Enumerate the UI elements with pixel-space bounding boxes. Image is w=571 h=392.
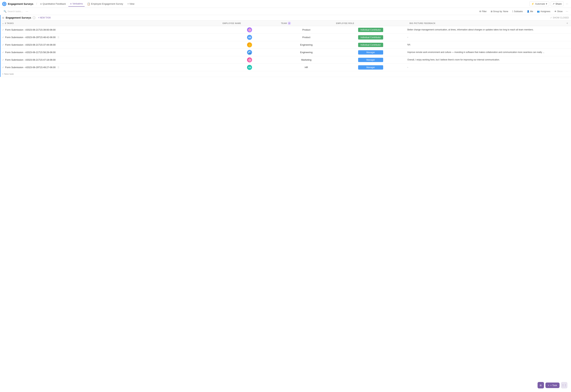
tab-add-view-label: + View xyxy=(127,2,134,5)
group-section: ⊙ Engagement Surveys i + NEW TASK ✓ SHOW… xyxy=(0,15,571,77)
task-note-icon: ☰ xyxy=(57,66,59,69)
subtasks-button[interactable]: ⤵ Subtasks xyxy=(511,10,524,14)
avatar: 🌊 xyxy=(247,50,252,55)
expand-tasks-icon[interactable]: ⌄ xyxy=(2,22,4,25)
tab-verbatims-label: Verbatims xyxy=(72,2,83,5)
task-table-body: ✓ Form Submission - #2023-06-21T15:39:00… xyxy=(0,26,571,77)
role-cell: Individual Contributor xyxy=(334,34,408,41)
collapse-icon[interactable]: ⊙ xyxy=(2,16,4,19)
new-task-cell[interactable]: + New task xyxy=(0,71,571,77)
team-cell: Engineering xyxy=(279,41,334,49)
group-by-label: Group by: None xyxy=(493,10,508,13)
task-check-icon[interactable]: ✓ xyxy=(2,28,4,31)
tab-verbatims[interactable]: ≡ Verbatims xyxy=(68,1,85,7)
show-closed-label: SHOW CLOSED xyxy=(553,16,569,19)
search-icon: 🔍 xyxy=(4,10,6,13)
search-input[interactable]: Search tasks... xyxy=(8,10,23,13)
filter-button[interactable]: ⚙ Filter xyxy=(478,10,488,14)
col-header-add: + xyxy=(563,21,571,26)
automate-chevron-icon: ▾ xyxy=(546,2,547,5)
task-note-icon: ☰ xyxy=(57,36,59,39)
task-name: Form Submission - #2023-06-21T15:58:28-0… xyxy=(5,51,56,54)
row-add-cell xyxy=(563,41,571,49)
task-check-icon[interactable]: ✓ xyxy=(2,36,4,39)
table-row[interactable]: ✓ Form Submission - #2023-06-21T15:47:18… xyxy=(0,56,571,64)
show-label: Show xyxy=(557,10,563,13)
toolbar-more-icon[interactable]: ··· xyxy=(25,9,29,14)
row-add-cell xyxy=(563,56,571,64)
tab-survey[interactable]: 📋 Employee Engagement Survey xyxy=(85,1,125,6)
avatar: GS xyxy=(247,65,252,70)
group-info-icon[interactable]: i xyxy=(33,16,35,19)
task-check-icon[interactable]: ✓ xyxy=(2,51,4,54)
team-value: Engineering xyxy=(300,51,313,54)
show-closed-button[interactable]: ✓ SHOW CLOSED xyxy=(550,16,569,19)
verbatims-icon: ≡ xyxy=(70,2,71,5)
task-name-cell[interactable]: ✓ Form Submission - #2023-06-29T15:49:27… xyxy=(0,64,220,71)
me-button[interactable]: 👤 Me xyxy=(525,10,535,14)
feedback-text: Improve remote work environment and cult… xyxy=(407,51,544,54)
row-add-cell xyxy=(563,64,571,71)
show-button[interactable]: 👁 Show xyxy=(553,10,564,14)
assignees-label: Assignees xyxy=(541,10,550,13)
share-button[interactable]: ↗ Share xyxy=(551,1,564,6)
share-icon: ↗ xyxy=(553,2,555,5)
nav-right-actions: ⚡ Automate ▾ ↗ Share ··· xyxy=(529,1,569,6)
avatar: AB xyxy=(247,35,252,40)
employee-name-cell: GS xyxy=(220,64,279,71)
task-name: Form Submission - #2023-06-21T15:39:00-0… xyxy=(5,28,56,31)
employee-name-cell: 🌸 xyxy=(220,56,279,64)
checkmark-icon: ✓ xyxy=(550,16,552,19)
new-task-link[interactable]: + New task xyxy=(2,73,14,75)
toolbar-overflow-icon[interactable]: ··· xyxy=(565,9,569,14)
search-box[interactable]: 🔍 Search tasks... xyxy=(2,9,24,14)
role-badge: Individual Contributor xyxy=(358,28,383,32)
row-add-cell xyxy=(563,49,571,56)
nav-divider: / xyxy=(36,2,37,6)
task-check-icon[interactable]: ✓ xyxy=(2,66,4,69)
task-name-cell[interactable]: ✓ Form Submission - #2023-06-21T15:39:00… xyxy=(0,26,220,34)
table-row[interactable]: ✓ Form Submission - #2023-06-29T15:49:27… xyxy=(0,64,571,71)
tab-survey-label: Employee Engagement Survey xyxy=(91,2,123,5)
assignees-icon: 👥 xyxy=(537,10,540,13)
group-by-button[interactable]: ⊞ Group by: None xyxy=(489,10,510,14)
task-name-cell[interactable]: ✓ Form Submission - #2023-06-29T15:48:42… xyxy=(0,34,220,41)
task-name-cell[interactable]: ✓ Form Submission - #2023-06-21T15:58:28… xyxy=(0,49,220,56)
group-header: ⊙ Engagement Surveys i + NEW TASK ✓ SHOW… xyxy=(0,15,571,20)
new-task-row[interactable]: + New task xyxy=(0,71,571,77)
task-name: Form Submission - #2023-06-21T15:37:44-0… xyxy=(5,43,56,46)
table-row[interactable]: ✓ Form Submission - #2023-06-21T15:37:44… xyxy=(0,41,571,49)
table-row[interactable]: ✓ Form Submission - #2023-06-21T15:39:00… xyxy=(0,26,571,34)
team-cell: Engineering xyxy=(279,49,334,56)
assignees-button[interactable]: 👥 Assignees xyxy=(536,10,552,14)
tab-quantitative[interactable]: ≡ Quantitative Feedback xyxy=(39,1,68,6)
feedback-cell: Improve remote work environment and cult… xyxy=(407,49,563,56)
filter-label: Filter xyxy=(482,10,487,13)
task-check-icon[interactable]: ✓ xyxy=(2,58,4,61)
add-column-icon[interactable]: + xyxy=(566,21,569,25)
avatar: ⚡ xyxy=(247,42,252,47)
employee-name-cell: 🌸 xyxy=(220,26,279,34)
filter-icon: ⚙ xyxy=(479,10,481,13)
new-task-header-button[interactable]: + NEW TASK xyxy=(37,16,52,19)
role-cell: Manager xyxy=(334,64,408,71)
row-add-cell xyxy=(563,34,571,41)
col-header-task: ⌄ 6 TASKS xyxy=(0,21,220,26)
task-check-icon[interactable]: ✓ xyxy=(2,43,4,46)
team-value: Engineering xyxy=(300,43,313,46)
table-row[interactable]: ✓ Form Submission - #2023-06-29T15:48:42… xyxy=(0,34,571,41)
row-add-cell xyxy=(563,26,571,34)
team-value: HR xyxy=(305,66,308,69)
nav-more-icon[interactable]: ··· xyxy=(565,2,569,6)
table-row[interactable]: ✓ Form Submission - #2023-06-21T15:58:28… xyxy=(0,49,571,56)
team-cell: Product xyxy=(279,26,334,34)
role-cell: Individual Contributor xyxy=(334,41,408,49)
col-header-role: EMPLOYEE ROLE xyxy=(334,21,408,26)
task-name-cell[interactable]: ✓ Form Submission - #2023-06-21T15:37:44… xyxy=(0,41,220,49)
tab-add-view[interactable]: + View xyxy=(126,1,136,6)
feedback-text: - xyxy=(407,36,408,39)
avatar: 🌸 xyxy=(247,57,252,62)
automate-button[interactable]: ⚡ Automate ▾ xyxy=(529,1,549,6)
task-name-cell[interactable]: ✓ Form Submission - #2023-06-21T15:47:18… xyxy=(0,56,220,64)
toolbar-right-actions: ⚙ Filter ⊞ Group by: None ⤵ Subtasks 👤 M… xyxy=(478,9,569,14)
